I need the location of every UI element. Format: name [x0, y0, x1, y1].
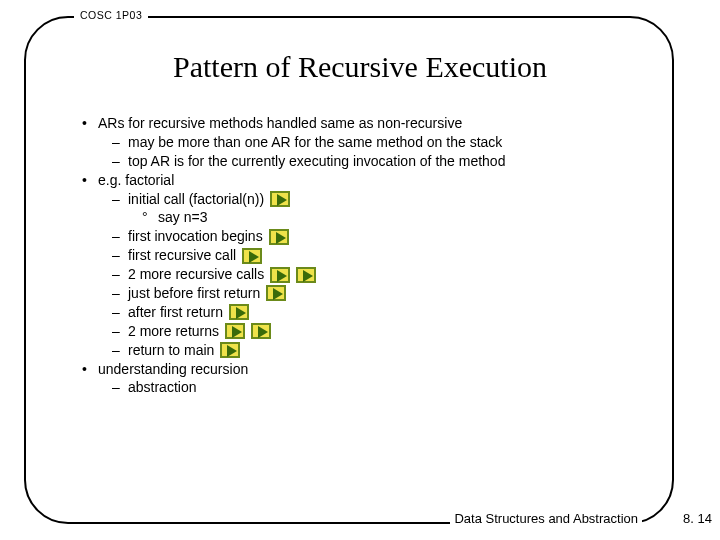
bullet-item: ARs for recursive methods handled same a…: [80, 114, 640, 133]
bullet-text: after first return: [128, 303, 223, 322]
bullet-text: first recursive call: [128, 246, 236, 265]
bullet-item-row: 2 more returns: [80, 322, 640, 341]
play-icon[interactable]: [229, 304, 249, 320]
play-icon[interactable]: [242, 248, 262, 264]
bullet-item-row: first invocation begins: [80, 227, 640, 246]
bullet-item: say n=3: [80, 208, 640, 227]
bullet-text: return to main: [128, 341, 214, 360]
bullet-item-row: 2 more recursive calls: [80, 265, 640, 284]
footer-text: Data Structures and Abstraction: [450, 511, 642, 526]
bullet-item: top AR is for the currently executing in…: [80, 152, 640, 171]
slide-title: Pattern of Recursive Execution: [0, 50, 720, 84]
slide-content: ARs for recursive methods handled same a…: [80, 114, 640, 397]
bullet-item: abstraction: [80, 378, 640, 397]
bullet-item-row: first recursive call: [80, 246, 640, 265]
play-icon[interactable]: [270, 267, 290, 283]
play-icon[interactable]: [225, 323, 245, 339]
bullet-item: understanding recursion: [80, 360, 640, 379]
bullet-item-row: just before first return: [80, 284, 640, 303]
play-icon[interactable]: [220, 342, 240, 358]
bullet-item: e.g. factorial: [80, 171, 640, 190]
play-icon[interactable]: [270, 191, 290, 207]
bullet-text: 2 more recursive calls: [128, 265, 264, 284]
bullet-item-row: initial call (factorial(n)): [80, 190, 640, 209]
bullet-item-row: return to main: [80, 341, 640, 360]
play-icon[interactable]: [269, 229, 289, 245]
play-icon[interactable]: [296, 267, 316, 283]
course-tag: COSC 1P03: [74, 9, 148, 21]
bullet-text: first invocation begins: [128, 227, 263, 246]
bullet-text: initial call (factorial(n)): [128, 190, 264, 209]
bullet-item: may be more than one AR for the same met…: [80, 133, 640, 152]
play-icon[interactable]: [266, 285, 286, 301]
bullet-text: just before first return: [128, 284, 260, 303]
bullet-text: 2 more returns: [128, 322, 219, 341]
bullet-item-row: after first return: [80, 303, 640, 322]
play-icon[interactable]: [251, 323, 271, 339]
page-number: 8. 14: [683, 511, 712, 526]
